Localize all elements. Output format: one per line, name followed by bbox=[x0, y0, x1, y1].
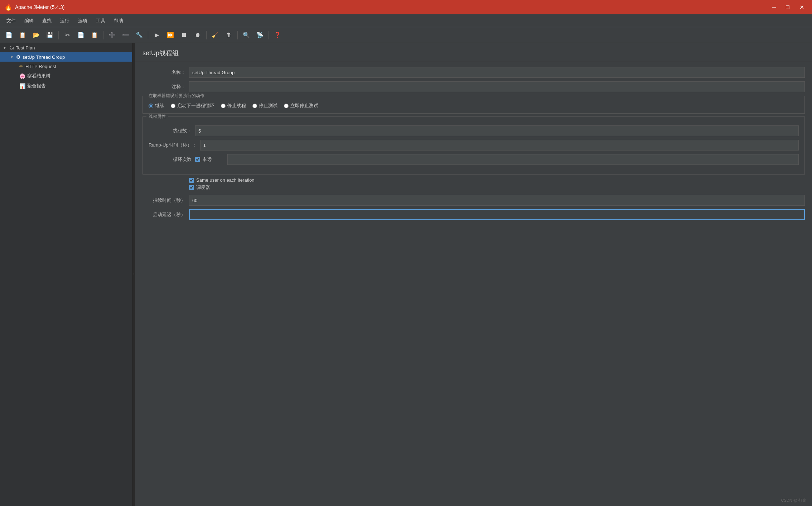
toolbar-sep-2 bbox=[103, 31, 103, 39]
menu-edit[interactable]: 编辑 bbox=[21, 16, 37, 25]
action-section: 在取样器错误后要执行的动作 继续 启动下一进程循环 停止线程 bbox=[142, 96, 805, 114]
action-stop-now[interactable]: 立即停止测试 bbox=[284, 102, 318, 109]
same-user-checkbox[interactable] bbox=[189, 178, 194, 183]
search-toolbar-button[interactable]: 🔍 bbox=[240, 29, 252, 41]
test-plan-icon: 🗂 bbox=[9, 45, 14, 51]
app-title: Apache JMeter (5.4.3) bbox=[15, 4, 808, 10]
setup-thread-group-icon: ⚙ bbox=[16, 54, 21, 60]
thread-props-legend: 线程属性 bbox=[146, 114, 168, 120]
loop-count-input[interactable] bbox=[227, 154, 799, 165]
action-stop-test[interactable]: 停止测试 bbox=[252, 102, 277, 109]
clear-button[interactable]: 🗑 bbox=[223, 29, 235, 41]
window-controls: ─ □ ✕ bbox=[770, 3, 806, 11]
start-delay-input[interactable] bbox=[189, 209, 805, 220]
menu-tools[interactable]: 工具 bbox=[92, 16, 109, 25]
open-button[interactable]: 📂 bbox=[30, 29, 42, 41]
toolbar-sep-4 bbox=[206, 31, 207, 39]
view-results-label: 察看结果树 bbox=[27, 73, 50, 79]
remote-button[interactable]: 📡 bbox=[254, 29, 266, 41]
title-bar: 🔥 Apache JMeter (5.4.3) ─ □ ✕ bbox=[0, 0, 812, 14]
name-row: 名称： bbox=[142, 67, 805, 78]
forever-checkbox[interactable] bbox=[195, 157, 200, 162]
start-delay-label: 启动延迟（秒） bbox=[142, 211, 185, 218]
copy-button[interactable]: 📄 bbox=[75, 29, 87, 41]
menu-search[interactable]: 查找 bbox=[39, 16, 55, 25]
sidebar: ▼ 🗂 Test Plan ▼ ⚙ setUp Thread Group ✏ H… bbox=[0, 43, 132, 506]
maximize-button[interactable]: □ bbox=[784, 3, 792, 11]
tree-arrow-test-plan: ▼ bbox=[3, 46, 6, 50]
ramp-up-input[interactable] bbox=[200, 140, 799, 151]
http-request-icon: ✏ bbox=[19, 63, 24, 69]
main-layout: ▼ 🗂 Test Plan ▼ ⚙ setUp Thread Group ✏ H… bbox=[0, 43, 812, 506]
cut-button[interactable]: ✂ bbox=[61, 29, 73, 41]
forever-checkbox-label[interactable]: 永远 bbox=[195, 156, 224, 163]
name-input[interactable] bbox=[189, 67, 805, 78]
ramp-up-row: Ramp-Up时间（秒）： bbox=[149, 140, 799, 151]
sidebar-item-http-request[interactable]: ✏ HTTP Request bbox=[0, 62, 132, 71]
sidebar-item-view-results-tree[interactable]: 🌸 察看结果树 bbox=[0, 71, 132, 81]
action-stop-now-label: 立即停止测试 bbox=[290, 102, 318, 109]
thread-props-section: 线程属性 线程数： Ramp-Up时间（秒）： 循环次数 永远 bbox=[142, 116, 805, 175]
close-button[interactable]: ✕ bbox=[797, 3, 806, 11]
app-icon: 🔥 bbox=[4, 3, 12, 11]
menu-file[interactable]: 文件 bbox=[3, 16, 19, 25]
thread-count-label: 线程数： bbox=[149, 128, 192, 134]
http-request-label: HTTP Request bbox=[25, 64, 56, 69]
menu-help[interactable]: 帮助 bbox=[110, 16, 127, 25]
toolbar-sep-5 bbox=[237, 31, 238, 39]
stop-button[interactable]: ⏹ bbox=[178, 29, 190, 41]
menu-options[interactable]: 选项 bbox=[74, 16, 91, 25]
tree-arrow-setup: ▼ bbox=[10, 55, 14, 59]
start-delay-row: 启动延迟（秒） bbox=[142, 209, 805, 220]
remove-button[interactable]: ➖ bbox=[120, 29, 132, 41]
sidebar-item-aggregate-report[interactable]: 📊 聚合报告 bbox=[0, 81, 132, 91]
minimize-button[interactable]: ─ bbox=[770, 3, 778, 11]
action-start-next-label: 启动下一进程循环 bbox=[177, 102, 214, 109]
forever-label: 永远 bbox=[202, 156, 212, 163]
toolbar-sep-3 bbox=[148, 31, 148, 39]
shutdown-button[interactable]: ⏺ bbox=[192, 29, 204, 41]
loop-count-row: 循环次数 永远 bbox=[149, 154, 799, 165]
watermark: CSDN @ 灯光 bbox=[781, 498, 806, 503]
duration-input[interactable] bbox=[189, 195, 805, 206]
sidebar-item-test-plan[interactable]: ▼ 🗂 Test Plan bbox=[0, 43, 132, 52]
duration-label: 持续时间（秒） bbox=[142, 197, 185, 204]
duration-row: 持续时间（秒） bbox=[142, 195, 805, 206]
save-button[interactable]: 💾 bbox=[44, 29, 56, 41]
scheduler-checkbox-label[interactable]: 调度器 bbox=[189, 184, 210, 191]
menu-run[interactable]: 运行 bbox=[57, 16, 73, 25]
action-continue[interactable]: 继续 bbox=[149, 102, 164, 109]
thread-count-input[interactable] bbox=[195, 125, 799, 136]
thread-count-row: 线程数： bbox=[149, 125, 799, 136]
action-stop-test-label: 停止测试 bbox=[259, 102, 277, 109]
divider-handle[interactable]: ⋮ bbox=[132, 43, 135, 506]
content-area: setUp线程组 名称： 注释： 在取样器错误后要执行的动作 继续 bbox=[135, 43, 812, 506]
scheduler-checkbox[interactable] bbox=[189, 185, 194, 190]
toggle-button[interactable]: 🔧 bbox=[133, 29, 145, 41]
paste-button[interactable]: 📋 bbox=[88, 29, 101, 41]
help-toolbar-button[interactable]: ❓ bbox=[271, 29, 284, 41]
run-no-pause-button[interactable]: ⏩ bbox=[164, 29, 177, 41]
action-stop-thread-label: 停止线程 bbox=[227, 102, 246, 109]
toolbar: 📄 📋 📂 💾 ✂ 📄 📋 ➕ ➖ 🔧 ▶ ⏩ ⏹ ⏺ 🧹 🗑 🔍 📡 ❓ bbox=[0, 27, 812, 43]
comment-row: 注释： bbox=[142, 81, 805, 92]
run-start-button[interactable]: ▶ bbox=[151, 29, 163, 41]
open-templates-button[interactable]: 📋 bbox=[16, 29, 29, 41]
setup-thread-group-label: setUp Thread Group bbox=[23, 54, 65, 60]
test-plan-label: Test Plan bbox=[16, 45, 35, 51]
scheduler-label: 调度器 bbox=[196, 184, 210, 191]
panel-title: setUp线程组 bbox=[135, 43, 812, 62]
same-user-label: Same user on each iteration bbox=[196, 177, 255, 183]
new-button[interactable]: 📄 bbox=[3, 29, 15, 41]
clear-all-button[interactable]: 🧹 bbox=[209, 29, 221, 41]
action-radio-group: 继续 启动下一进程循环 停止线程 停止测试 bbox=[149, 102, 799, 109]
action-start-next[interactable]: 启动下一进程循环 bbox=[171, 102, 214, 109]
comment-input[interactable] bbox=[189, 81, 805, 92]
aggregate-report-label: 聚合报告 bbox=[27, 83, 46, 89]
menu-bar: 文件 编辑 查找 运行 选项 工具 帮助 bbox=[0, 14, 812, 27]
add-button[interactable]: ➕ bbox=[106, 29, 118, 41]
sidebar-item-setup-thread-group[interactable]: ▼ ⚙ setUp Thread Group bbox=[0, 52, 132, 62]
action-stop-thread[interactable]: 停止线程 bbox=[221, 102, 246, 109]
same-user-checkbox-label[interactable]: Same user on each iteration bbox=[189, 177, 255, 183]
view-results-icon: 🌸 bbox=[19, 73, 25, 79]
